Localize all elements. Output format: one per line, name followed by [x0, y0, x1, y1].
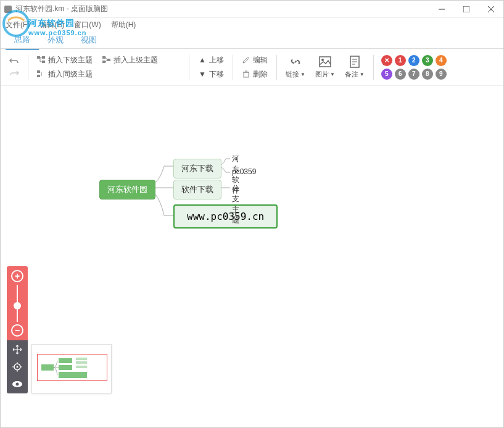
image-icon: [318, 55, 332, 69]
move-down-button[interactable]: ▼下移: [198, 69, 224, 80]
minimap-viewport[interactable]: [37, 354, 107, 381]
zoom-in-button[interactable]: +: [11, 270, 23, 282]
svg-rect-8: [42, 61, 45, 63]
svg-rect-12: [107, 59, 110, 61]
app-icon: [3, 4, 13, 14]
svg-rect-18: [37, 75, 40, 77]
link-button[interactable]: 链接▼: [282, 52, 309, 82]
mark-4[interactable]: 4: [436, 55, 447, 66]
menu-help[interactable]: 帮助(H): [111, 20, 136, 30]
close-button[interactable]: [479, 1, 503, 18]
maximize-button[interactable]: [454, 1, 479, 18]
mindmap-root-node[interactable]: 河东软件园: [99, 180, 155, 199]
move-up-button[interactable]: ▲上移: [198, 55, 224, 65]
menu-window[interactable]: 窗口(W): [74, 20, 101, 30]
delete-button[interactable]: 删除: [242, 69, 268, 80]
redo-button[interactable]: [9, 69, 19, 78]
tab-idea[interactable]: 思路: [6, 30, 39, 50]
priority-marks: ✕ 1 2 3 4 5 6 7 8 9: [379, 55, 449, 80]
mark-3[interactable]: 3: [422, 55, 433, 66]
mark-5[interactable]: 5: [381, 69, 392, 80]
link-icon: [289, 55, 302, 69]
mark-2[interactable]: 2: [408, 55, 419, 66]
svg-rect-1: [4, 6, 12, 13]
chevron-down-icon: ▼: [330, 72, 335, 77]
mindmap-leaf-2[interactable]: pc0359: [232, 167, 256, 176]
zoom-out-button[interactable]: −: [11, 324, 23, 337]
edit-button[interactable]: 编辑: [242, 55, 268, 65]
trash-icon: [242, 70, 250, 78]
note-icon: [348, 55, 361, 69]
arrow-down-icon: ▼: [198, 70, 207, 78]
mark-6[interactable]: 6: [395, 69, 406, 80]
image-button[interactable]: 图片▼: [312, 52, 339, 82]
insert-parent-button[interactable]: 插入上级主题: [102, 55, 158, 65]
insert-parent-icon: [102, 56, 111, 64]
mark-1[interactable]: 1: [395, 55, 406, 66]
mindmap-leaf-3[interactable]: 分支主题: [232, 183, 239, 225]
mark-8[interactable]: 8: [422, 69, 433, 80]
svg-point-36: [16, 383, 19, 386]
note-button[interactable]: 备注▼: [341, 52, 368, 82]
mindmap-node-2[interactable]: 软件下载: [173, 180, 221, 199]
ribbon-tabs: 思路 外观 视图: [1, 31, 503, 49]
tab-appearance[interactable]: 外观: [39, 31, 72, 49]
minimize-button[interactable]: [429, 1, 454, 18]
undo-button[interactable]: [9, 57, 19, 65]
pencil-icon: [242, 56, 250, 64]
insert-sub-button[interactable]: 插入下级主题: [37, 55, 93, 65]
arrow-up-icon: ▲: [198, 56, 207, 64]
svg-rect-7: [42, 56, 45, 59]
insert-sibling-icon: [37, 70, 46, 78]
pan-button[interactable]: [11, 344, 23, 355]
menubar: 文件(F) 编辑(E) 窗口(W) 帮助(H): [1, 18, 503, 31]
toolbar: 插入下级主题 插入上级主题 插入同级主题 ▲上移 ▼下移 编辑 删除 链接▼ 图…: [1, 49, 503, 86]
chevron-down-icon: ▼: [360, 72, 365, 77]
minimap[interactable]: [31, 344, 112, 393]
insert-sibling-button[interactable]: 插入同级主题: [37, 69, 158, 80]
zoom-slider[interactable]: [17, 285, 18, 322]
svg-point-30: [17, 366, 19, 368]
tab-view[interactable]: 视图: [72, 31, 105, 49]
chevron-down-icon: ▼: [300, 72, 305, 77]
insert-sub-icon: [37, 56, 46, 64]
mindmap-node-1[interactable]: 河东下载: [173, 159, 221, 178]
mark-7[interactable]: 7: [408, 69, 419, 80]
menu-edit[interactable]: 编辑(E): [39, 20, 64, 30]
svg-rect-13: [102, 56, 105, 59]
svg-line-15: [105, 57, 107, 60]
svg-point-24: [321, 59, 324, 61]
svg-rect-20: [244, 72, 249, 77]
preview-toggle-button[interactable]: [11, 379, 23, 390]
zoom-panel: + −: [7, 266, 28, 393]
mindmap-node-selected[interactable]: www.pc0359.cn: [173, 204, 278, 229]
svg-rect-17: [37, 70, 40, 73]
zoom-handle[interactable]: [14, 302, 21, 309]
svg-rect-6: [37, 56, 40, 59]
window-title: 河东软件园.km - 桌面版脑图: [15, 4, 429, 14]
svg-rect-14: [102, 61, 105, 63]
mark-9[interactable]: 9: [436, 69, 447, 80]
mark-remove[interactable]: ✕: [381, 55, 392, 66]
titlebar: 河东软件园.km - 桌面版脑图: [1, 1, 503, 18]
menu-file[interactable]: 文件(F): [6, 20, 30, 30]
svg-rect-3: [463, 6, 469, 12]
locate-button[interactable]: [11, 361, 23, 372]
svg-line-16: [105, 60, 107, 62]
